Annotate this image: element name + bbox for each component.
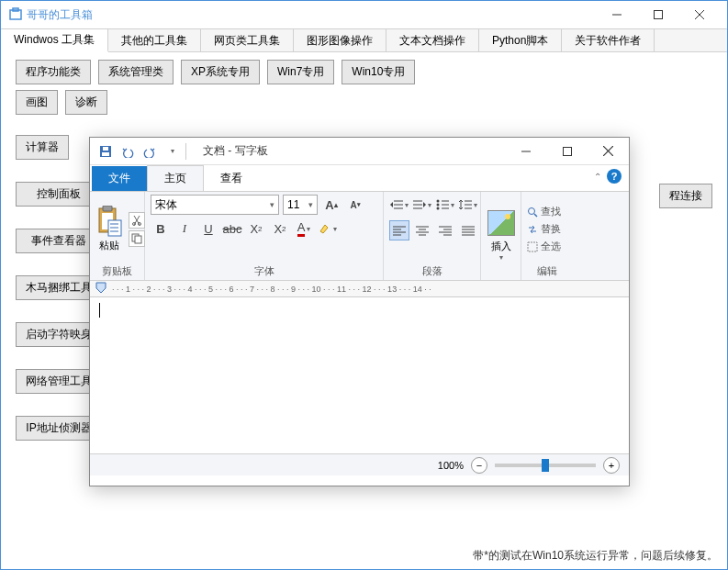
category-button[interactable]: 程序功能类 [16,60,91,84]
maximize-button[interactable] [637,2,678,28]
svg-point-21 [139,222,141,225]
insert-label: 插入 [491,240,511,253]
category-button[interactable]: 系统管理类 [98,60,174,84]
svg-rect-10 [563,147,571,155]
insert-group: 插入 ▾ [481,192,521,280]
ribbon-collapse-icon[interactable]: ⌃ [594,172,601,182]
help-icon[interactable]: ? [607,169,622,184]
picture-icon [487,210,515,236]
paragraph-group: 段落 [384,192,481,280]
cut-button[interactable] [129,212,145,229]
underline-button[interactable]: U [198,218,218,239]
zoom-out-button[interactable]: − [471,457,487,474]
qat-dropdown-icon[interactable] [162,141,182,162]
svg-rect-23 [135,236,141,243]
status-bar: 100% − + [90,453,629,475]
italic-button[interactable]: I [174,218,195,239]
svg-line-56 [534,214,537,217]
indent-marker-icon[interactable] [95,282,106,296]
clipboard-label: 剪贴板 [95,263,139,279]
wordpad-title: 文档 - 写字板 [194,143,505,159]
bullets-button[interactable] [435,195,455,215]
font-label: 字体 [151,263,377,279]
select-all-button[interactable]: 全选 [527,240,561,253]
menu-tab[interactable]: 图形图像操作 [294,29,386,51]
decrease-indent-button[interactable] [389,195,409,215]
ribbon: 粘贴 剪贴板 宋体▾ 11▾ A▴ A▾ [90,191,629,281]
menu-tab[interactable]: 关于软件作者 [562,29,655,51]
tool-button[interactable]: 程连接 [659,184,712,208]
home-tab[interactable]: 主页 [147,165,204,191]
text-cursor [99,303,100,318]
subscript-button[interactable]: X2 [246,218,266,239]
font-size-select[interactable]: 11▾ [283,195,318,215]
svg-point-20 [133,222,136,225]
copy-button[interactable] [129,230,145,247]
menu-tab[interactable]: Windwos 工具集 [1,29,108,52]
category-button[interactable]: Win10专用 [342,60,415,84]
line-spacing-button[interactable] [458,195,478,215]
wp-minimize-button[interactable] [505,139,546,164]
align-left-button[interactable] [389,220,409,240]
minimize-button[interactable] [596,2,637,28]
wp-close-button[interactable] [588,139,629,164]
ruler[interactable]: · · · 1 · · · 2 · · · 3 · · · 4 · · · 5 … [90,281,629,297]
edit-label: 编辑 [527,263,567,279]
tool-button[interactable]: 计算器 [16,135,69,160]
menu-tab[interactable]: 网页类工具集 [201,29,294,51]
font-color-button[interactable]: A [294,218,314,239]
menu-tab[interactable]: Python脚本 [479,29,562,51]
font-group: 宋体▾ 11▾ A▴ A▾ B I U abc X2 X2 A 字体 [145,192,384,280]
footer-note: 带*的测试在Win10系统运行异常，问题后续修复。 [473,548,718,564]
find-button[interactable]: 查找 [527,205,561,218]
menu-tab[interactable]: 其他的工具集 [108,29,201,51]
toolbox-window: 哥哥的工具箱 Windwos 工具集 其他的工具集 网页类工具集 图形图像操作 … [0,0,728,570]
paste-button[interactable]: 粘贴 [95,206,123,252]
wp-maximize-button[interactable] [546,139,588,164]
bold-button[interactable]: B [151,218,171,239]
svg-point-31 [437,204,440,207]
edit-group: 查找 替换 全选 编辑 [521,192,573,280]
save-icon[interactable] [95,141,116,162]
superscript-button[interactable]: X2 [270,218,290,239]
highlight-button[interactable] [318,218,338,239]
align-center-button[interactable] [412,220,432,240]
quick-access-toolbar [90,141,194,162]
insert-picture-button[interactable]: 插入 ▾ [487,210,515,262]
zoom-in-button[interactable]: + [603,457,620,474]
file-tab[interactable]: 文件 [92,166,147,191]
svg-point-32 [437,207,440,210]
svg-rect-8 [103,147,108,151]
strikethrough-button[interactable]: abc [222,218,242,239]
wordpad-titlebar[interactable]: 文档 - 写字板 [90,138,629,165]
tool-button[interactable]: 诊断 [65,90,107,115]
view-tab[interactable]: 查看 [204,166,259,191]
svg-point-55 [529,207,535,214]
undo-icon[interactable] [118,141,138,162]
insert-group-label [487,277,515,279]
redo-icon[interactable] [140,141,160,162]
svg-rect-57 [528,242,537,251]
wordpad-window: 文档 - 写字板 文件 主页 查看 ⌃ ? 粘贴 [89,137,630,486]
menubar: Windwos 工具集 其他的工具集 网页类工具集 图形图像操作 文本文档操作 … [1,28,727,52]
close-button[interactable] [678,2,720,28]
svg-rect-14 [103,206,112,211]
category-row: 程序功能类 系统管理类 XP系统专用 Win7专用 Win10专用 [1,52,727,88]
grow-font-button[interactable]: A▴ [321,195,342,215]
justify-button[interactable] [458,220,478,240]
category-button[interactable]: Win7专用 [267,60,334,84]
zoom-slider[interactable] [495,464,596,467]
svg-rect-3 [654,11,662,19]
document-canvas[interactable] [90,297,629,453]
replace-button[interactable]: 替换 [527,222,561,236]
para-label: 段落 [389,263,475,279]
tool-button[interactable]: 画图 [16,90,58,115]
shrink-font-button[interactable]: A▾ [345,195,365,215]
increase-indent-button[interactable] [412,195,432,215]
font-name-select[interactable]: 宋体▾ [151,195,279,215]
menu-tab[interactable]: 文本文档操作 [386,29,479,51]
svg-point-30 [437,200,440,203]
parent-titlebar[interactable]: 哥哥的工具箱 [1,1,727,28]
align-right-button[interactable] [435,220,455,240]
category-button[interactable]: XP系统专用 [181,60,260,84]
